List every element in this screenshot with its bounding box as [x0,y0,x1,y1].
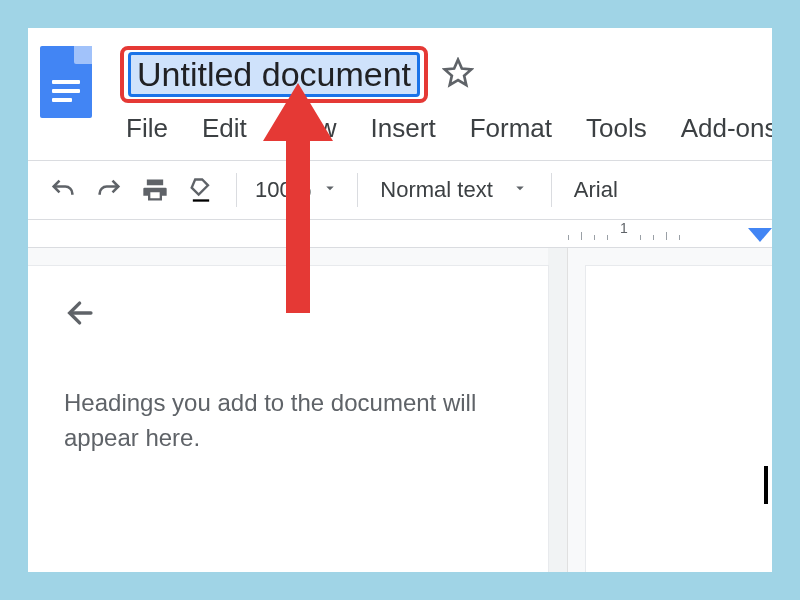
title-highlight-annotation: Untitled document [120,46,428,103]
outline-panel: Headings you add to the document will ap… [28,266,548,572]
outline-back-button[interactable] [64,296,512,334]
document-title-input[interactable]: Untitled document [128,52,420,97]
text-cursor [764,466,768,504]
menu-file[interactable]: File [126,113,168,144]
menu-bar: File Edit View Insert Format Tools Add-o… [120,113,772,144]
paragraph-style-select[interactable]: Normal text [380,177,492,203]
print-button[interactable] [134,169,176,211]
menu-addons[interactable]: Add-ons [681,113,772,144]
gutter [548,248,568,572]
menu-insert[interactable]: Insert [371,113,436,144]
star-icon[interactable] [442,57,474,93]
font-select[interactable]: Arial [566,177,626,203]
zoom-caret-icon[interactable] [321,177,339,203]
menu-format[interactable]: Format [470,113,552,144]
menu-edit[interactable]: Edit [202,113,247,144]
undo-button[interactable] [42,169,84,211]
zoom-level[interactable]: 100% [255,177,311,203]
menu-view[interactable]: View [281,113,337,144]
docs-logo-icon[interactable] [40,46,92,118]
style-caret-icon[interactable] [511,177,529,203]
ruler-mark-1: 1 [620,220,628,236]
paint-format-button[interactable] [180,169,222,211]
indent-marker-icon[interactable] [748,228,772,248]
toolbar: 100% Normal text Arial [28,160,772,220]
redo-button[interactable] [88,169,130,211]
document-page[interactable] [586,266,772,572]
outline-empty-message: Headings you add to the document will ap… [64,386,512,456]
ruler[interactable]: 1 [28,220,772,248]
menu-tools[interactable]: Tools [586,113,647,144]
